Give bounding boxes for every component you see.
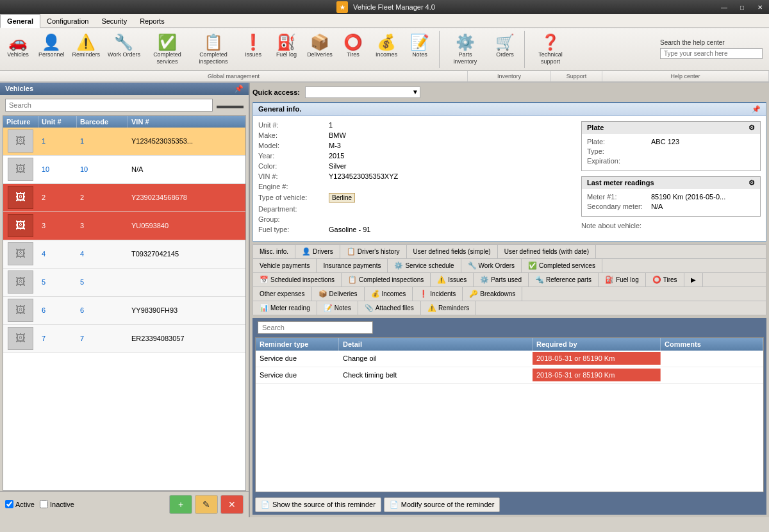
tab-fuel-log[interactable]: ⛽ Fuel log	[599, 273, 646, 287]
add-vehicle-button[interactable]: +	[169, 495, 192, 514]
tab-service-schedule[interactable]: ⚙️ Service schedule	[388, 259, 461, 272]
tab-user-defined-date[interactable]: User defined fields (with date)	[498, 245, 596, 258]
toolbar-vehicles-btn[interactable]: 🚗 Vehicles	[1, 31, 35, 68]
tab-misc-info[interactable]: Misc. info.	[253, 245, 295, 258]
reminder-comments	[661, 356, 763, 361]
edit-vehicle-button[interactable]: ✎	[195, 495, 218, 514]
tab-completed-services[interactable]: ✅ Completed services	[522, 259, 602, 272]
table-row[interactable]: 🖼 2 2 Y2390234568678	[3, 184, 245, 212]
tab-work-orders[interactable]: 🔧 Work Orders	[461, 259, 522, 272]
plate-title-text: Plate	[587, 124, 604, 131]
toolbar-issues-btn[interactable]: ❗ Issues	[236, 31, 270, 68]
reminders-table[interactable]: Reminder type Detail Required by Comment…	[255, 337, 764, 492]
row-barcode: 3	[77, 220, 128, 231]
table-row[interactable]: Service due Check timing belt 2018-05-31…	[256, 367, 763, 384]
menu-configuration[interactable]: Configuration	[40, 14, 95, 28]
plate-settings-icon[interactable]: ⚙	[748, 124, 755, 132]
toolbar-parts-inventory-btn[interactable]: ⚙️ Parts inventory	[442, 31, 488, 68]
tab-user-defined-simple[interactable]: User defined fields (simple)	[407, 245, 498, 258]
toolbar-workorders-btn[interactable]: 🔧 Work Orders	[104, 31, 144, 68]
toolbar-completed-inspections-btn[interactable]: 📋 Completed inspections	[190, 31, 236, 68]
toolbar-reminders-btn[interactable]: ⚠️ Reminders	[69, 31, 104, 68]
tab-drivers[interactable]: 👤 Drivers	[295, 245, 340, 258]
toolbar-personnel-btn[interactable]: 👤 Personnel	[35, 31, 69, 68]
tires-icon: ⭕	[343, 33, 363, 51]
tab-parts-used[interactable]: ⚙️ Parts used	[474, 273, 529, 287]
show-source-button[interactable]: 📄 Show the source of this reminder	[255, 497, 381, 512]
toolbar-deliveries-btn[interactable]: 📦 Deliveries	[303, 31, 336, 68]
tab-completed-inspections[interactable]: 📋 Completed inspections	[342, 273, 431, 287]
row-unit: 10	[38, 163, 77, 175]
tab-deliveries[interactable]: 📦 Deliveries	[312, 287, 365, 301]
tab-incomes[interactable]: 💰 Incomes	[365, 287, 413, 301]
table-row[interactable]: 🖼 10 10 N/A	[3, 156, 245, 184]
vehicle-thumbnail: 🖼	[8, 129, 33, 153]
inactive-label: Inactive	[50, 501, 74, 508]
help-search-input[interactable]	[664, 50, 747, 57]
row-barcode: 6	[77, 304, 128, 316]
completed-services-icon: ✅	[158, 33, 177, 51]
table-row[interactable]: 🖼 1 1 Y1234523035353...	[3, 128, 245, 156]
vehicles-pin-icon: 📌	[235, 85, 244, 93]
row-barcode: 4	[77, 248, 128, 260]
vehicles-table[interactable]: Picture Unit # Barcode VIN # 🖼 1 1 Y1234…	[3, 115, 246, 491]
technical-support-icon: ❓	[541, 33, 560, 51]
type-badge: Berline	[329, 193, 355, 203]
vehicles-search-input[interactable]	[5, 99, 213, 112]
inactive-checkbox[interactable]	[40, 500, 48, 508]
tab-issues[interactable]: ⚠️ Issues	[431, 273, 474, 287]
toolbar-vehicles-label: Vehicles	[7, 51, 29, 58]
tab-row-5: 📊 Meter reading 📝 Notes 📎 Attached files…	[253, 301, 766, 315]
year-value: 2015	[329, 152, 344, 160]
toolbar-tires-btn[interactable]: ⭕ Tires	[336, 31, 370, 68]
reminders-search-input[interactable]	[258, 321, 373, 334]
toolbar-orders-btn[interactable]: 🛒 Orders	[488, 31, 522, 68]
header-reminder-type: Reminder type	[256, 338, 339, 351]
row-unit: 3	[38, 220, 77, 231]
tab-other-expenses[interactable]: Other expenses	[253, 287, 312, 301]
toolbar-notes-btn[interactable]: 📝 Notes	[403, 31, 436, 68]
tab-scheduled-inspections[interactable]: 📅 Scheduled inspections	[253, 273, 342, 287]
work-orders-tab-icon: 🔧	[468, 262, 477, 270]
toolbar-completed-services-btn[interactable]: ✅ Completed services	[144, 31, 190, 68]
tires-tab-icon: ⭕	[652, 276, 661, 284]
toolbar-technical-support-btn[interactable]: ❓ Technical support	[527, 31, 574, 68]
tab-vehicle-payments[interactable]: Vehicle payments	[253, 259, 317, 272]
tab-notes[interactable]: 📝 Notes	[317, 301, 358, 315]
tab-attached-files[interactable]: 📎 Attached files	[358, 301, 421, 315]
tab-tires[interactable]: ⭕ Tires	[646, 273, 684, 287]
table-row[interactable]: 🖼 6 6 YY98390FH93	[3, 297, 245, 325]
tab-insurance-payments[interactable]: Insurance payments	[317, 259, 388, 272]
completed-services-tab-icon: ✅	[528, 262, 537, 270]
row-picture: 🖼	[3, 126, 38, 156]
minimize-button[interactable]: —	[715, 0, 733, 14]
tab-breakdowns[interactable]: 🔑 Breakdowns	[463, 287, 522, 301]
tab-more[interactable]: ▶	[684, 273, 703, 287]
tab-reminders[interactable]: ⚠️ Reminders	[421, 301, 476, 315]
vehicle-thumbnail: 🖼	[8, 242, 33, 265]
close-button[interactable]: ✕	[751, 0, 769, 14]
menu-reports[interactable]: Reports	[133, 14, 171, 28]
modify-source-button[interactable]: 📄 Modify source of the reminder	[384, 497, 500, 512]
tab-reference-parts[interactable]: 🔩 Reference parts	[529, 273, 599, 287]
toolbar-incomes-btn[interactable]: 💰 Incomes	[370, 31, 403, 68]
restore-button[interactable]: □	[733, 0, 751, 14]
tab-incidents[interactable]: ❗ Incidents	[413, 287, 463, 301]
toolbar-fuellog-btn[interactable]: ⛽ Fuel log	[270, 31, 303, 68]
unit-label: Unit #:	[258, 121, 329, 129]
menu-security[interactable]: Security	[95, 14, 133, 28]
table-row[interactable]: 🖼 5 5	[3, 269, 245, 297]
tab-drivers-history[interactable]: 📋 Driver's history	[340, 245, 407, 258]
table-row[interactable]: Service due Change oil 2018-05-31 or 851…	[256, 351, 763, 367]
tab-meter-reading[interactable]: 📊 Meter reading	[253, 301, 317, 315]
table-row[interactable]: 🖼 3 3 YU0593840	[3, 212, 245, 240]
delete-vehicle-button[interactable]: ✕	[220, 495, 244, 514]
menu-general[interactable]: General	[0, 14, 40, 28]
meter-settings-icon[interactable]: ⚙	[748, 179, 755, 187]
table-row[interactable]: 🖼 4 4 T09327042145	[3, 240, 245, 269]
active-checkbox[interactable]	[5, 500, 13, 508]
quick-access-select[interactable]	[305, 87, 420, 98]
quick-access-label: Quick access:	[252, 88, 300, 96]
note-label: Note about vehicle:	[581, 222, 641, 229]
table-row[interactable]: 🖼 7 7 ER23394083057	[3, 325, 245, 353]
